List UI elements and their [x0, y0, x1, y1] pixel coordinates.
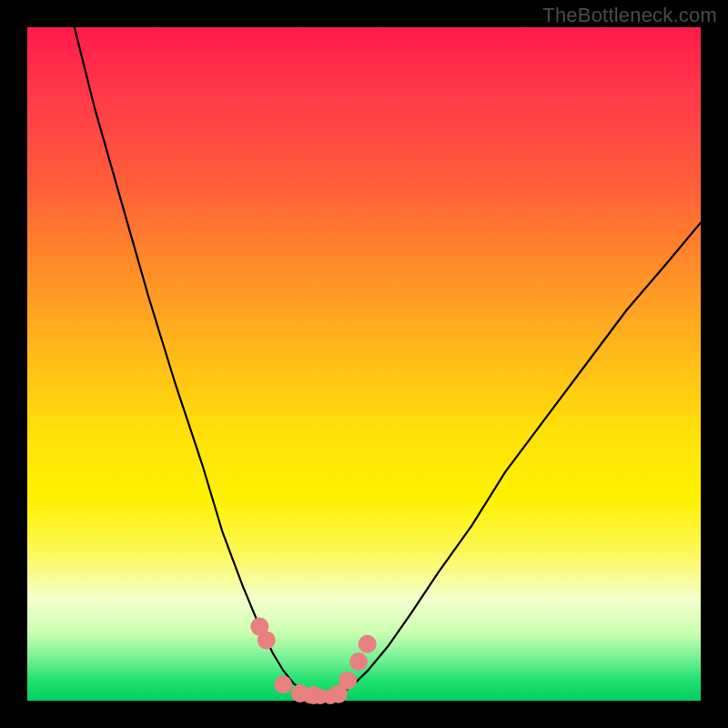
left-curve — [75, 27, 314, 695]
curve-marker — [330, 688, 346, 703]
curve-marker — [359, 635, 377, 653]
curve-marker — [349, 652, 368, 671]
curve-marker — [339, 672, 357, 690]
curve-marker — [274, 675, 292, 693]
chart-frame: TheBottleneck.com — [0, 0, 728, 728]
marker-group — [250, 618, 376, 705]
watermark-text: TheBottleneck.com — [542, 4, 717, 27]
right-curve — [337, 223, 701, 696]
curve-overlay — [27, 27, 701, 701]
curve-marker — [258, 631, 276, 649]
